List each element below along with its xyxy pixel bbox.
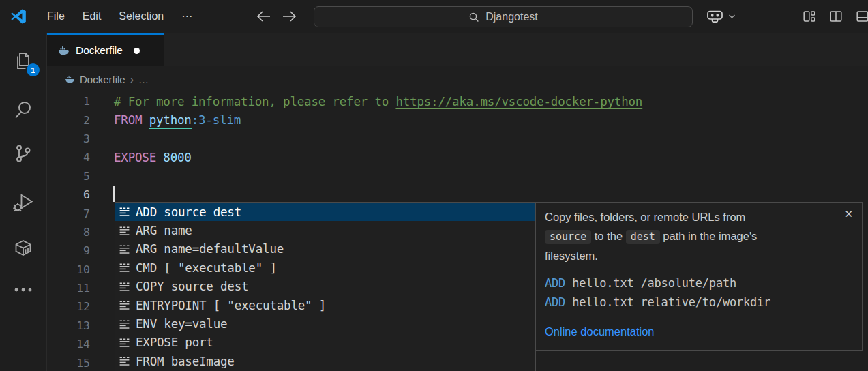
tab-dockerfile[interactable]: Dockerfile bbox=[47, 33, 164, 66]
title-bar: FileEditSelection⋯ Djangotest bbox=[0, 0, 868, 33]
line-number: 8 bbox=[47, 226, 90, 239]
line-number: 7 bbox=[47, 207, 90, 220]
suggest-item[interactable]: ENTRYPOINT [ "executable" ] bbox=[115, 296, 535, 314]
docs-text: filesystem. bbox=[545, 250, 598, 262]
suggest-item[interactable]: ARG name=defaultValue bbox=[115, 240, 535, 258]
suggest-details-panel: ✕ Copy files, folders, or remote URLs fr… bbox=[535, 202, 863, 351]
docs-code-line: ADD hello.txt relative/to/workdir bbox=[545, 293, 852, 312]
line-number: 4 bbox=[47, 151, 90, 164]
breadcrumb-more[interactable]: … bbox=[138, 74, 149, 85]
code-text: FROM python:3-slim bbox=[114, 113, 241, 127]
breadcrumb: Dockerfile › … bbox=[47, 67, 868, 92]
docs-text-line: filesystem. bbox=[545, 246, 852, 265]
code-token: https://aka.ms/vscode-docker-python bbox=[395, 95, 642, 108]
line-number: 10 bbox=[47, 263, 90, 276]
code-text: # For more information, please refer to … bbox=[114, 95, 642, 108]
explorer-icon[interactable]: 1 bbox=[12, 50, 34, 72]
code-token: :3-slim bbox=[192, 113, 241, 127]
line-number: 2 bbox=[47, 114, 90, 127]
menu-item-1[interactable]: Edit bbox=[74, 0, 110, 33]
docs-code-keyword: ADD bbox=[545, 276, 565, 290]
suggest-item-label: COPY source dest bbox=[136, 280, 248, 293]
chevron-down-icon bbox=[728, 14, 736, 19]
source-control-icon[interactable] bbox=[12, 143, 34, 164]
docs-code-line: ADD hello.txt /absolute/path bbox=[545, 274, 852, 293]
menu-bar: FileEditSelection⋯ bbox=[38, 0, 201, 33]
line-number: 6 bbox=[47, 188, 90, 201]
docs-code-keyword: ADD bbox=[545, 295, 565, 309]
back-arrow-icon[interactable] bbox=[256, 10, 271, 23]
suggest-item-label: ADD source dest bbox=[136, 205, 241, 219]
code-text: EXPOSE 8000 bbox=[114, 151, 192, 164]
menu-item-2[interactable]: Selection bbox=[110, 0, 173, 33]
close-icon[interactable]: ✕ bbox=[844, 209, 853, 219]
suggest-item-label: ARG name=defaultValue bbox=[136, 242, 284, 256]
activity-bar: 1 bbox=[0, 33, 47, 371]
suggest-item-label: ARG name bbox=[136, 224, 192, 237]
breadcrumb-file[interactable]: Dockerfile bbox=[80, 74, 125, 85]
code-line: 5 bbox=[47, 167, 868, 186]
suggest-item[interactable]: ADD source dest bbox=[115, 203, 535, 221]
layout-controls bbox=[803, 0, 868, 33]
command-center-search[interactable]: Djangotest bbox=[314, 6, 693, 27]
snippet-icon bbox=[119, 206, 130, 218]
snippet-icon bbox=[119, 318, 130, 330]
copilot-menu[interactable] bbox=[706, 0, 736, 33]
run-debug-icon[interactable] bbox=[12, 191, 35, 213]
snippet-icon bbox=[119, 225, 130, 237]
tab-label: Dockerfile bbox=[76, 44, 123, 57]
code-line: 2FROM python:3-slim bbox=[47, 110, 868, 129]
suggest-item[interactable]: ARG name bbox=[115, 221, 535, 239]
docs-text: path in the image's bbox=[660, 230, 758, 242]
docs-code-examples: ADD hello.txt /absolute/pathADD hello.tx… bbox=[545, 274, 852, 312]
docker-whale-icon bbox=[58, 46, 70, 56]
line-number: 1 bbox=[47, 95, 90, 108]
code-line: 4EXPOSE 8000 bbox=[47, 148, 868, 166]
suggest-item[interactable]: FROM baseImage bbox=[115, 352, 535, 370]
inline-code: dest bbox=[626, 230, 660, 244]
line-number: 13 bbox=[47, 319, 90, 332]
line-number: 5 bbox=[47, 170, 90, 183]
line-number: 9 bbox=[47, 244, 90, 257]
snippet-icon bbox=[119, 262, 130, 273]
customize-layout-icon[interactable] bbox=[803, 10, 815, 23]
snippet-icon bbox=[119, 355, 130, 367]
suggest-item[interactable]: COPY source dest bbox=[115, 278, 535, 296]
search-text: Djangotest bbox=[485, 11, 538, 23]
text-cursor bbox=[113, 186, 115, 202]
line-number: 12 bbox=[47, 300, 90, 313]
suggest-item-label: ENV key=value bbox=[136, 317, 227, 331]
docs-text-line: source to the dest path in the image's bbox=[545, 226, 852, 246]
vscode-logo-icon bbox=[10, 8, 27, 25]
suggest-widget: ADD source dest ARG name ARG name=defaul… bbox=[115, 202, 536, 371]
suggest-item-label: CMD [ "executable" ] bbox=[136, 261, 277, 275]
suggest-item[interactable]: EXPOSE port bbox=[115, 333, 535, 352]
more-actions-icon[interactable] bbox=[13, 286, 33, 294]
suggest-item-label: EXPOSE port bbox=[136, 336, 213, 349]
docker-extension-icon[interactable] bbox=[12, 237, 35, 259]
nav-arrows bbox=[256, 0, 297, 33]
menu-item-3[interactable]: ⋯ bbox=[173, 0, 201, 33]
snippet-icon bbox=[119, 337, 130, 348]
line-number: 14 bbox=[47, 338, 90, 351]
docs-text-line: Copy files, folders, or remote URLs from bbox=[545, 207, 852, 226]
modified-dot[interactable] bbox=[134, 48, 140, 54]
code-token: EXPOSE bbox=[114, 151, 163, 164]
breadcrumb-separator: › bbox=[130, 74, 134, 86]
online-documentation-link[interactable]: Online documentation bbox=[545, 322, 655, 341]
forward-arrow-icon[interactable] bbox=[282, 10, 297, 23]
toggle-sidebar-icon[interactable] bbox=[830, 10, 842, 23]
code-token: 8000 bbox=[163, 151, 191, 164]
code-line: 3 bbox=[47, 130, 868, 148]
suggest-item[interactable]: ENV key=value bbox=[115, 314, 535, 333]
code-token: FROM bbox=[114, 113, 149, 127]
search-sidebar-icon[interactable] bbox=[13, 100, 34, 121]
suggest-item[interactable]: CMD [ "executable" ] bbox=[115, 258, 535, 277]
menu-item-0[interactable]: File bbox=[38, 0, 74, 33]
explorer-badge: 1 bbox=[27, 63, 40, 76]
docs-code-text: hello.txt relative/to/workdir bbox=[565, 295, 770, 309]
docs-text: to the bbox=[591, 230, 625, 242]
copilot-icon bbox=[706, 9, 723, 24]
snippet-icon bbox=[119, 299, 130, 311]
toggle-panel-icon[interactable] bbox=[856, 10, 868, 23]
